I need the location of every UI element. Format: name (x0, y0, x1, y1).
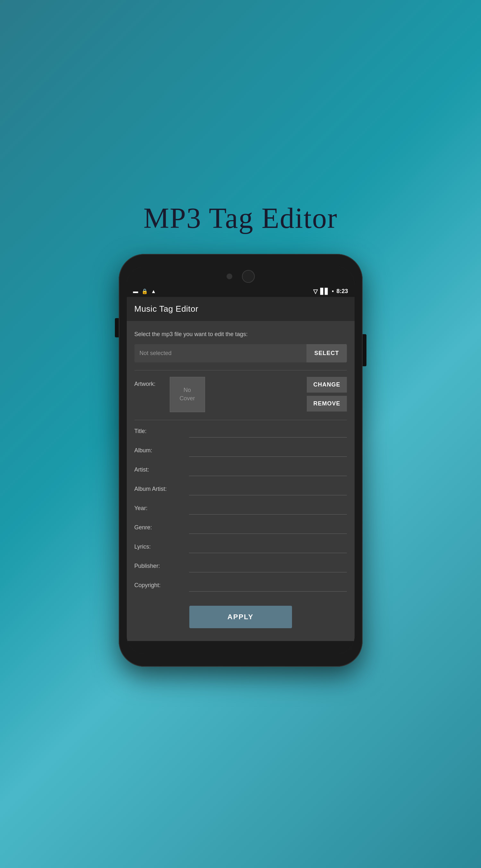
form-fields: Title: Album: Artist: Album Artist: (134, 425, 347, 593)
select-button[interactable]: SELECT (307, 344, 347, 363)
phone-device: ▬ 🔒 ▲ ▽ ▋▋ ▪ 8:23 Music Tag Editor Selec… (119, 254, 362, 667)
artist-input[interactable] (189, 464, 347, 476)
copyright-input[interactable] (189, 580, 347, 592)
page-title: MP3 Tag Editor (143, 202, 338, 235)
phone-bottom-bar (127, 641, 355, 654)
status-bar-right: ▽ ▋▋ ▪ 8:23 (313, 288, 348, 295)
title-input[interactable] (189, 425, 347, 437)
status-time: 8:23 (336, 288, 348, 295)
remove-button[interactable]: REMOVE (307, 396, 347, 411)
no-cover-line2: Cover (180, 395, 195, 403)
form-field-year: Year: (134, 502, 347, 516)
form-field-album-artist: Album Artist: (134, 483, 347, 497)
artwork-buttons: CHANGE REMOVE (307, 377, 347, 411)
no-cover-line1: No (184, 386, 191, 394)
phone-side-button-right (362, 334, 366, 366)
file-name-placeholder: Not selected (134, 344, 307, 363)
status-bar-left: ▬ 🔒 ▲ (133, 288, 156, 294)
battery-icon: ▪ (332, 288, 334, 295)
artwork-placeholder: No Cover (170, 377, 205, 412)
apply-section: APPLY (134, 606, 347, 628)
copyright-label: Copyright: (134, 582, 189, 589)
phone-side-button-left (115, 318, 119, 337)
form-field-copyright: Copyright: (134, 580, 347, 593)
main-content: Select the mp3 file you want to edit the… (127, 321, 355, 641)
change-button[interactable]: CHANGE (307, 377, 347, 393)
instruction-text: Select the mp3 file you want to edit the… (134, 331, 347, 338)
year-input[interactable] (189, 502, 347, 515)
app-bar-title: Music Tag Editor (134, 304, 347, 314)
phone-speaker-dot (227, 274, 232, 279)
title-label: Title: (134, 428, 189, 435)
artist-label: Artist: (134, 466, 189, 473)
artwork-label: Artwork: (134, 377, 163, 388)
status-bar: ▬ 🔒 ▲ ▽ ▋▋ ▪ 8:23 (127, 286, 355, 297)
status-icon-lock: 🔒 (141, 288, 148, 294)
form-field-album: Album: (134, 444, 347, 458)
phone-camera-bar (127, 267, 355, 286)
divider-1 (134, 370, 347, 370)
publisher-label: Publisher: (134, 563, 189, 569)
year-label: Year: (134, 505, 189, 512)
form-field-lyrics: Lyrics: (134, 541, 347, 554)
signal-icon: ▋▋ (320, 288, 329, 295)
publisher-input[interactable] (189, 560, 347, 572)
genre-label: Genre: (134, 524, 189, 531)
status-icon-signal1: ▬ (133, 288, 138, 294)
phone-camera (242, 270, 255, 283)
phone-screen: ▬ 🔒 ▲ ▽ ▋▋ ▪ 8:23 Music Tag Editor Selec… (127, 267, 355, 654)
form-field-artist: Artist: (134, 464, 347, 477)
album-label: Album: (134, 447, 189, 454)
form-field-genre: Genre: (134, 522, 347, 535)
app-bar: Music Tag Editor (127, 297, 355, 321)
form-field-title: Title: (134, 425, 347, 439)
status-icon-signal2: ▲ (151, 288, 156, 294)
form-field-publisher: Publisher: (134, 560, 347, 574)
album-artist-input[interactable] (189, 483, 347, 495)
artwork-section: Artwork: No Cover CHANGE REMOVE (134, 377, 347, 412)
file-select-row: Not selected SELECT (134, 344, 347, 363)
lyrics-input[interactable] (189, 541, 347, 553)
genre-input[interactable] (189, 522, 347, 534)
album-artist-label: Album Artist: (134, 486, 189, 492)
album-input[interactable] (189, 444, 347, 457)
apply-button[interactable]: APPLY (189, 606, 292, 628)
divider-2 (134, 420, 347, 420)
wifi-icon: ▽ (313, 288, 318, 295)
lyrics-label: Lyrics: (134, 544, 189, 550)
